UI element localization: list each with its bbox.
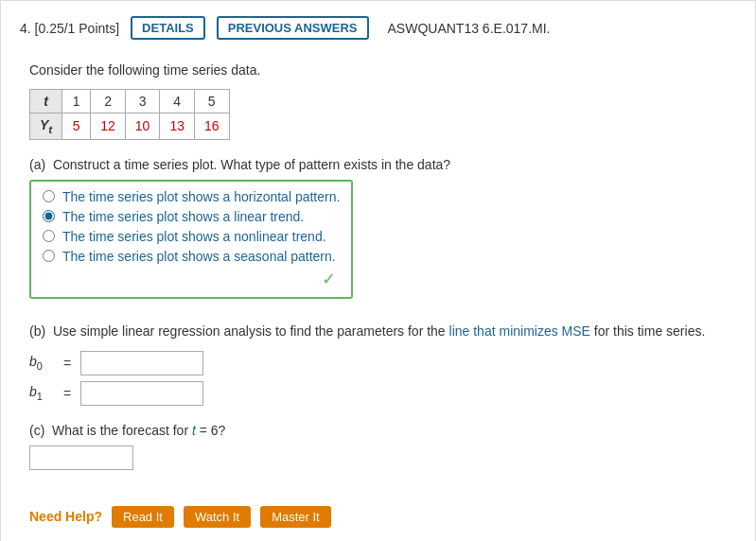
radio-label-linear[interactable]: The time series plot shows a linear tren… — [62, 209, 304, 224]
question-header: 4. [0.25/1 Points] DETAILS PREVIOUS ANSW… — [20, 16, 736, 47]
part-c-t: t — [192, 423, 196, 438]
radio-label-horizontal[interactable]: The time series plot shows a horizontal … — [62, 189, 340, 204]
intro-text: Consider the following time series data. — [29, 62, 736, 78]
radio-label-nonlinear[interactable]: The time series plot shows a nonlinear t… — [62, 229, 326, 244]
radio-linear[interactable] — [43, 210, 55, 222]
table-header-t: t — [30, 90, 62, 113]
b0-input[interactable] — [80, 351, 203, 375]
table-cell-t2: 2 — [91, 90, 126, 113]
b1-row: b1 = — [29, 381, 736, 406]
radio-label-seasonal[interactable]: The time series plot shows a seasonal pa… — [62, 249, 336, 264]
radio-seasonal[interactable] — [43, 250, 55, 262]
part-c-label: (c) — [29, 423, 44, 438]
forecast-input[interactable] — [29, 445, 133, 470]
radio-horizontal[interactable] — [43, 190, 55, 202]
table-cell-y2: 12 — [91, 113, 126, 140]
part-c-text: (c) What is the forecast for t = 6? — [29, 423, 736, 438]
radio-option-1: The time series plot shows a horizontal … — [43, 189, 340, 204]
read-it-button[interactable]: Read It — [112, 506, 174, 528]
part-a-label: (a) Construct a time series plot. What t… — [29, 157, 736, 172]
need-help-label: Need Help? — [29, 509, 102, 524]
watch-it-button[interactable]: Watch It — [184, 506, 251, 528]
radio-option-2: The time series plot shows a linear tren… — [43, 209, 340, 224]
table-cell-t3: 3 — [125, 90, 160, 113]
q-number: 4. — [20, 21, 31, 36]
radio-nonlinear[interactable] — [43, 230, 55, 242]
question-number: 4. [0.25/1 Points] — [20, 21, 119, 36]
data-table: t 1 2 3 4 5 Yt 5 12 10 13 16 — [29, 89, 230, 140]
radio-option-4: The time series plot shows a seasonal pa… — [43, 249, 340, 264]
table-cell-y5: 16 — [194, 113, 229, 140]
table-cell-y3: 10 — [125, 113, 160, 140]
part-b-blue: line that minimizes MSE — [449, 323, 590, 339]
b1-label: b1 — [29, 384, 58, 402]
master-it-button[interactable]: Master It — [260, 506, 331, 528]
question-body: Consider the following time series data.… — [20, 62, 736, 528]
b0-equals: = — [63, 356, 71, 371]
table-cell-y1: 5 — [62, 113, 91, 140]
table-cell-y4: 13 — [160, 113, 195, 140]
part-b: (b) Use simple linear regression analysi… — [29, 322, 736, 406]
checkmark: ✓ — [43, 269, 340, 289]
part-b-label: (b) — [29, 323, 45, 339]
question-id: ASWQUANT13 6.E.017.MI. — [388, 21, 551, 36]
page-container: 4. [0.25/1 Points] DETAILS PREVIOUS ANSW… — [0, 0, 756, 541]
b1-equals: = — [63, 386, 71, 401]
part-b-text: (b) Use simple linear regression analysi… — [29, 322, 736, 341]
need-help-section: Need Help? Read It Watch It Master It — [29, 497, 736, 528]
radio-option-3: The time series plot shows a nonlinear t… — [43, 229, 340, 244]
b0-label: b0 — [29, 354, 58, 372]
b1-input[interactable] — [80, 381, 203, 406]
table-cell-t1: 1 — [62, 90, 91, 113]
part-a-letter: (a) — [29, 157, 45, 172]
table-header-yt: Yt — [30, 113, 62, 140]
b0-row: b0 = — [29, 351, 736, 375]
part-a: (a) Construct a time series plot. What t… — [29, 157, 736, 305]
part-c: (c) What is the forecast for t = 6? — [29, 423, 736, 470]
previous-answers-button[interactable]: PREVIOUS ANSWERS — [217, 16, 369, 40]
details-button[interactable]: DETAILS — [131, 16, 205, 40]
q-points: [0.25/1 Points] — [35, 21, 120, 36]
radio-group: The time series plot shows a horizontal … — [29, 180, 353, 299]
table-cell-t5: 5 — [194, 90, 229, 113]
table-cell-t4: 4 — [160, 90, 195, 113]
